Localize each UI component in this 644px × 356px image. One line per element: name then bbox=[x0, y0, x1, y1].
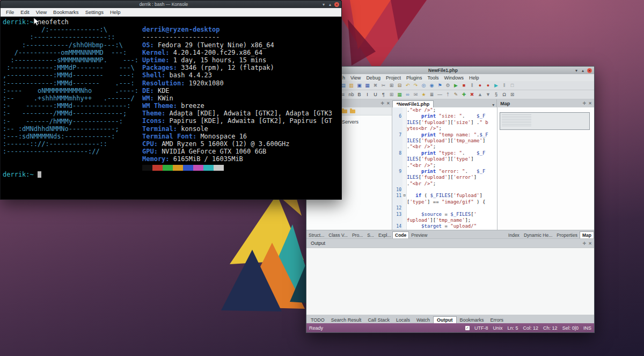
code-row[interactable]: ILES['fupload']['tmp_name'] bbox=[392, 138, 497, 144]
tab-s[interactable]: S... bbox=[365, 232, 376, 238]
table-icon[interactable]: ⊞ bbox=[388, 91, 395, 98]
code-row[interactable]: 7 print "temp name: ".$_F bbox=[392, 132, 497, 138]
tab-pro[interactable]: Pro... bbox=[350, 232, 365, 238]
tab-class-v[interactable]: Class V... bbox=[326, 232, 350, 238]
menu-view[interactable]: View bbox=[348, 75, 363, 81]
tab-dynamic-he[interactable]: Dynamic He... bbox=[522, 232, 554, 238]
link-icon[interactable]: ∞ bbox=[404, 91, 411, 98]
email-icon[interactable]: ✉ bbox=[412, 91, 419, 98]
code-row[interactable]: 13 $source = $_FILES[' bbox=[392, 212, 497, 217]
tab-newfile1-php[interactable]: *NewFile1.php bbox=[392, 100, 434, 107]
minimize-icon[interactable] bbox=[573, 68, 580, 73]
maximize-icon[interactable] bbox=[327, 2, 333, 7]
image-icon[interactable]: ▦ bbox=[396, 91, 403, 98]
code-row[interactable]: 10 bbox=[392, 187, 497, 193]
menu-settings[interactable]: Settings bbox=[82, 9, 107, 15]
tab-properties[interactable]: Properties bbox=[554, 232, 580, 238]
redo-icon[interactable]: ↷ bbox=[412, 82, 419, 89]
save-icon[interactable]: ▣ bbox=[356, 82, 363, 89]
konsole-titlebar[interactable]: derrik : bash — Konsole bbox=[1, 1, 341, 8]
add-icon[interactable]: ✚ bbox=[460, 91, 467, 98]
frame-icon[interactable]: ⊠ bbox=[509, 91, 516, 98]
code-row[interactable]: 9 print "error: ". $_F bbox=[392, 169, 497, 175]
star-icon[interactable]: ★ bbox=[420, 91, 427, 98]
close-file-icon[interactable]: ✖ bbox=[372, 82, 379, 89]
move-up-icon[interactable]: ▲ bbox=[477, 91, 484, 98]
edit-icon[interactable]: ✎ bbox=[452, 91, 459, 98]
checkbox-icon[interactable] bbox=[465, 326, 470, 330]
close-pane-icon[interactable] bbox=[386, 101, 390, 106]
record-icon[interactable]: ● bbox=[477, 82, 484, 89]
tab-call-stack[interactable]: Call Stack bbox=[364, 317, 393, 323]
tab-preview[interactable]: Preview bbox=[409, 232, 429, 238]
code-row[interactable]: 14 $target = "upload/" bbox=[392, 223, 497, 229]
menu-tools[interactable]: Tools bbox=[425, 75, 441, 81]
undo-icon[interactable]: ↶ bbox=[404, 82, 411, 89]
underline-icon[interactable]: U bbox=[372, 91, 379, 98]
tab-index[interactable]: Index bbox=[506, 232, 522, 238]
tab-struct[interactable]: Struct... bbox=[306, 232, 326, 238]
step-icon[interactable]: ▶ bbox=[493, 82, 500, 89]
close-pane-icon[interactable] bbox=[588, 101, 592, 106]
terminal[interactable]: derrik:~ neofetch /:-------------:\ :---… bbox=[1, 17, 341, 199]
folder-icon[interactable] bbox=[342, 110, 347, 113]
breakpoint-icon[interactable]: ● bbox=[485, 82, 492, 89]
minimize-icon[interactable] bbox=[320, 2, 327, 7]
chevron-down-icon[interactable] bbox=[492, 103, 494, 107]
pause-icon[interactable]: ‖ bbox=[469, 82, 475, 89]
pin-icon[interactable] bbox=[380, 101, 384, 106]
code-row[interactable]: 8 print "type: ". $_F bbox=[392, 150, 497, 156]
tab-locals[interactable]: Locals bbox=[393, 317, 413, 323]
code-row[interactable]: ILES['fupload']['error'] bbox=[392, 175, 497, 180]
find-icon[interactable]: ◎ bbox=[420, 82, 427, 89]
code-editor[interactable]: ."<br />";6 print "size: ". $_FILES['fup… bbox=[392, 107, 497, 230]
special-char-icon[interactable]: Ω bbox=[501, 91, 508, 98]
run-icon[interactable]: ▶ bbox=[452, 82, 459, 89]
replace-icon[interactable]: ◉ bbox=[428, 82, 435, 89]
tab-search-result[interactable]: Search Result bbox=[328, 317, 365, 323]
minimap-viewport[interactable] bbox=[500, 112, 590, 130]
tab-bookmarks[interactable]: Bookmarks bbox=[457, 317, 487, 323]
tab-errors[interactable]: Errors bbox=[487, 317, 507, 323]
save-all-icon[interactable]: ▦ bbox=[364, 82, 371, 89]
tab-expl[interactable]: Expl... bbox=[376, 232, 392, 238]
paste-icon[interactable]: ⊟ bbox=[396, 82, 403, 89]
maximize-icon[interactable] bbox=[580, 68, 586, 73]
tab-map[interactable]: Map bbox=[580, 231, 594, 238]
tab-watch[interactable]: Watch bbox=[413, 317, 433, 323]
move-down-icon[interactable]: ▼ bbox=[485, 91, 492, 98]
ide-titlebar[interactable]: NewFile1.php bbox=[306, 67, 594, 74]
menu-windows[interactable]: Windows bbox=[441, 75, 466, 81]
menu-plugins[interactable]: Plugins bbox=[404, 75, 425, 81]
menu-file[interactable]: File bbox=[3, 9, 17, 15]
bookmark-icon[interactable]: ⚑ bbox=[436, 82, 443, 89]
copy-icon[interactable]: ⊞ bbox=[388, 82, 395, 89]
code-row[interactable]: 12 bbox=[392, 205, 497, 211]
stop-icon[interactable]: ■ bbox=[460, 82, 467, 89]
code-row[interactable]: ."<br />"; bbox=[392, 107, 497, 113]
menu-edit[interactable]: Edit bbox=[17, 9, 32, 15]
code-row[interactable]: ."<br />"; bbox=[392, 181, 497, 187]
code-row[interactable]: ['type'] == "image/gif" ) { bbox=[392, 199, 497, 205]
menu-debug[interactable]: Debug bbox=[363, 75, 383, 81]
tab-code[interactable]: Code bbox=[392, 231, 409, 238]
menu-view[interactable]: View bbox=[33, 9, 50, 15]
close-icon[interactable] bbox=[587, 68, 592, 73]
menu-bookmarks[interactable]: Bookmarks bbox=[50, 9, 82, 15]
italic-icon[interactable]: I bbox=[364, 91, 371, 98]
code-row[interactable]: fupload']['tmp_name']; bbox=[392, 217, 497, 223]
list-icon[interactable]: ≣ bbox=[428, 91, 435, 98]
hr-icon[interactable]: — bbox=[436, 91, 443, 98]
code-row[interactable]: ILES['fupload']['size'] ." b bbox=[392, 120, 497, 126]
code-row[interactable]: ."<br />"; bbox=[392, 144, 497, 150]
tab-output[interactable]: Output bbox=[433, 316, 457, 323]
nbsp-icon[interactable]: nb bbox=[348, 91, 355, 98]
code-row[interactable]: 11 if ( $_FILES['fupload'] bbox=[392, 193, 497, 199]
pilcrow-icon[interactable]: ¶ bbox=[380, 91, 387, 98]
delete-icon[interactable]: ✖ bbox=[469, 91, 475, 98]
code-row[interactable]: ILES['fupload']['type'] bbox=[392, 156, 497, 162]
menu-help[interactable]: Help bbox=[107, 9, 124, 15]
anchor-icon[interactable]: † bbox=[444, 91, 451, 98]
code-row[interactable]: 6 print "size: ". $_F bbox=[392, 113, 497, 119]
section-icon[interactable]: § bbox=[493, 91, 500, 98]
